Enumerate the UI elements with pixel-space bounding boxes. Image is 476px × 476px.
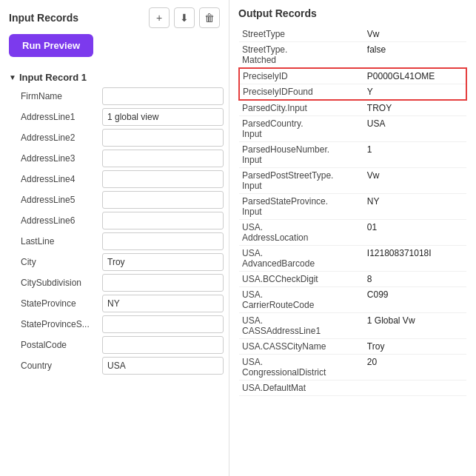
output-row: ParsedCity.InputTROY <box>239 100 466 116</box>
output-key: ParsedCity.Input <box>239 100 364 116</box>
field-input[interactable] <box>102 253 224 271</box>
toolbar-icons: + ⬇ 🗑 <box>149 7 220 28</box>
output-key: USA.AdvancedBarcode <box>239 246 364 272</box>
field-row: AddressLine4 <box>9 170 220 188</box>
output-value: 1 Global Vw <box>364 313 466 339</box>
field-label: Country <box>21 361 102 371</box>
field-input[interactable] <box>102 129 224 147</box>
output-key: StreetType.Matched <box>239 42 364 69</box>
add-record-button[interactable]: + <box>149 7 170 28</box>
field-label: AddressLine6 <box>21 215 102 226</box>
delete-button[interactable]: 🗑 <box>199 7 220 28</box>
field-row: CitySubdivision <box>9 274 220 292</box>
output-row: ParsedPostStreetType.InputVw <box>239 168 466 194</box>
output-row: USA.AddressLocation01 <box>239 220 466 246</box>
field-input[interactable] <box>102 295 224 312</box>
field-row: PostalCode <box>9 336 220 354</box>
output-key: USA.CongressionalDistrict <box>239 355 364 381</box>
field-label: City <box>21 257 102 267</box>
field-input[interactable] <box>102 108 224 126</box>
field-row: City <box>9 253 220 271</box>
field-input[interactable] <box>102 336 224 354</box>
field-label: FirmName <box>21 91 102 101</box>
field-input[interactable] <box>102 170 224 188</box>
output-value: 20 <box>364 355 466 381</box>
field-row: AddressLine2 <box>9 129 220 147</box>
field-row: AddressLine5 <box>9 191 220 209</box>
field-row: AddressLine3 <box>9 150 220 167</box>
field-row: LastLine <box>9 232 220 250</box>
field-input[interactable] <box>102 150 224 167</box>
output-row: USA.CarrierRouteCodeC099 <box>239 287 466 313</box>
output-key: StreetType <box>239 27 364 42</box>
input-record-group: ▼ Input Record 1 FirmNameAddressLine1Add… <box>9 72 220 375</box>
left-panel: Input Records + ⬇ 🗑 Run Preview ▼ Input … <box>0 0 229 476</box>
output-row: USA.CASSAddressLine11 Global Vw <box>239 313 466 339</box>
field-label: AddressLine3 <box>21 153 102 164</box>
input-record-1-header[interactable]: ▼ Input Record 1 <box>9 72 220 83</box>
output-key: PreciselyIDFound <box>239 84 364 101</box>
output-records-title: Output Records <box>238 7 467 19</box>
field-input[interactable] <box>102 357 224 375</box>
field-input[interactable] <box>102 191 224 209</box>
left-panel-header: Input Records + ⬇ 🗑 <box>9 7 220 28</box>
output-value: P0000GL41OME <box>364 68 466 84</box>
field-row: AddressLine6 <box>9 212 220 229</box>
output-key: USA.CASSAddressLine1 <box>239 313 364 339</box>
field-input[interactable] <box>102 87 224 105</box>
field-row: Country <box>9 357 220 375</box>
field-label: CitySubdivision <box>21 278 102 288</box>
output-key: USA.AddressLocation <box>239 220 364 246</box>
output-row: StreetType.Matchedfalse <box>239 42 466 69</box>
output-key: PreciselyID <box>239 68 364 84</box>
output-value: C099 <box>364 287 466 313</box>
output-value: USA <box>364 116 466 142</box>
output-row: USA.CASSCityNameTroy <box>239 339 466 355</box>
output-value: 8 <box>364 272 466 287</box>
input-records-title: Input Records <box>9 12 78 24</box>
output-value: Vw <box>364 27 466 42</box>
output-key: USA.CarrierRouteCode <box>239 287 364 313</box>
field-input[interactable] <box>102 212 224 229</box>
output-key: USA.BCCheckDigit <box>239 272 364 287</box>
field-label: StateProvinceS... <box>21 319 102 329</box>
output-value: Vw <box>364 168 466 194</box>
output-value: 1 <box>364 142 466 168</box>
field-row: FirmName <box>9 87 220 105</box>
field-input[interactable] <box>102 232 224 250</box>
download-button[interactable]: ⬇ <box>174 7 195 28</box>
output-value: TROY <box>364 100 466 116</box>
field-label: AddressLine1 <box>21 112 102 122</box>
output-value: Troy <box>364 339 466 355</box>
right-panel: Output Records StreetTypeVwStreetType.Ma… <box>229 0 476 476</box>
output-row: USA.DefaultMat <box>239 381 466 396</box>
output-row: PreciselyIDP0000GL41OME <box>239 68 466 84</box>
output-row: PreciselyIDFoundY <box>239 84 466 101</box>
output-key: ParsedPostStreetType.Input <box>239 168 364 194</box>
field-row: StateProvince <box>9 295 220 312</box>
output-table: StreetTypeVwStreetType.MatchedfalsePreci… <box>238 27 467 396</box>
output-key: USA.CASSCityName <box>239 339 364 355</box>
field-input[interactable] <box>102 315 224 333</box>
field-row: StateProvinceS... <box>9 315 220 333</box>
output-value <box>364 381 466 396</box>
output-row: USA.CongressionalDistrict20 <box>239 355 466 381</box>
output-value: 01 <box>364 220 466 246</box>
field-input[interactable] <box>102 274 224 292</box>
output-value: Y <box>364 84 466 101</box>
record-group-label: Input Record 1 <box>19 72 87 83</box>
field-row: AddressLine1 <box>9 108 220 126</box>
field-label: AddressLine5 <box>21 195 102 205</box>
collapse-arrow: ▼ <box>9 73 16 81</box>
run-preview-button[interactable]: Run Preview <box>9 34 93 57</box>
output-row: ParsedHouseNumber.Input1 <box>239 142 466 168</box>
output-row: ParsedCountry.InputUSA <box>239 116 466 142</box>
field-label: PostalCode <box>21 340 102 350</box>
output-key: ParsedHouseNumber.Input <box>239 142 364 168</box>
field-label: StateProvince <box>21 298 102 309</box>
field-label: AddressLine4 <box>21 174 102 184</box>
field-label: AddressLine2 <box>21 133 102 143</box>
output-key: ParsedStateProvince.Input <box>239 194 364 220</box>
field-rows-container: FirmNameAddressLine1AddressLine2AddressL… <box>9 87 220 375</box>
output-row: USA.AdvancedBarcodeI121808371018I <box>239 246 466 272</box>
